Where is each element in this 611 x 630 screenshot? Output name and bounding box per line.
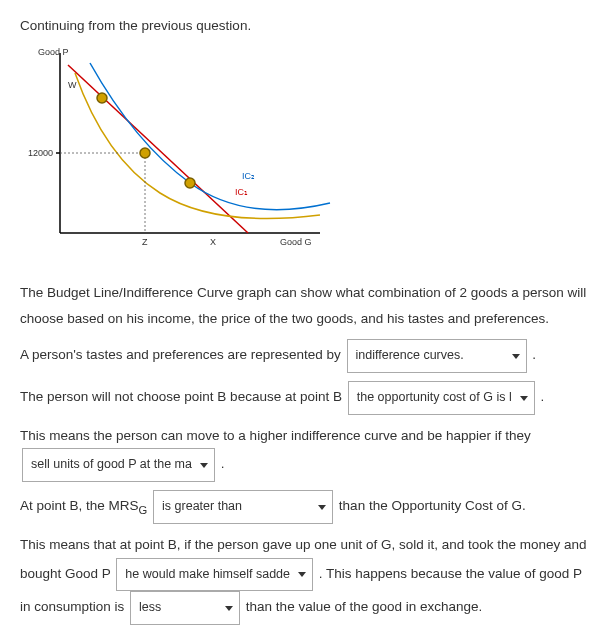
- point-a: [140, 148, 150, 158]
- ic2-label: IC₂: [242, 171, 255, 181]
- axis-y-label: Good P: [38, 47, 69, 57]
- ytick-12000: 12000: [28, 148, 53, 158]
- explain-p1: The Budget Line/Indifference Curve graph…: [20, 280, 591, 331]
- select-less-more[interactable]: less: [130, 591, 240, 625]
- sentence-point-b: The person will not choose point B becau…: [20, 381, 591, 415]
- p4: This means the person can move to a high…: [20, 428, 531, 443]
- point-c: [185, 178, 195, 188]
- sentence-mrs: At point B, the MRSG is greater than tha…: [20, 490, 591, 524]
- ic1-label: IC₁: [235, 187, 248, 197]
- p5a: At point B, the MRS: [20, 499, 139, 514]
- sentence-final: This means that at point B, if the perso…: [20, 532, 591, 625]
- xtick-z: Z: [142, 237, 148, 247]
- sentence-tastes: A person's tastes and preferences are re…: [20, 339, 591, 373]
- p5b: than the Opportunity Cost of G.: [339, 499, 526, 514]
- p5sub: G: [139, 504, 148, 516]
- budget-ic-chart: Good P 12000 W Z X IC₁ IC₂ Good G: [20, 43, 591, 266]
- xtick-x: X: [210, 237, 216, 247]
- intro-text: Continuing from the previous question.: [20, 18, 591, 33]
- select-outcome[interactable]: he would make himself sadde: [116, 558, 313, 592]
- p2a: A person's tastes and preferences are re…: [20, 348, 341, 363]
- p4b: .: [221, 457, 225, 472]
- select-representation[interactable]: indifference curves.: [347, 339, 527, 373]
- p2b: .: [532, 348, 536, 363]
- p3a: The person will not choose point B becau…: [20, 389, 342, 404]
- sentence-move-higher: This means the person can move to a high…: [20, 423, 591, 482]
- p3b: .: [540, 389, 544, 404]
- point-b: [97, 93, 107, 103]
- select-reason-b[interactable]: the opportunity cost of G is l: [348, 381, 535, 415]
- axis-x-label: Good G: [280, 237, 312, 247]
- p6c: than the value of the good in exchange.: [246, 600, 482, 615]
- svg-line-3: [68, 65, 248, 233]
- select-mrs-compare[interactable]: is greater than: [153, 490, 333, 524]
- point-w-label: W: [68, 80, 77, 90]
- select-action[interactable]: sell units of good P at the ma: [22, 448, 215, 482]
